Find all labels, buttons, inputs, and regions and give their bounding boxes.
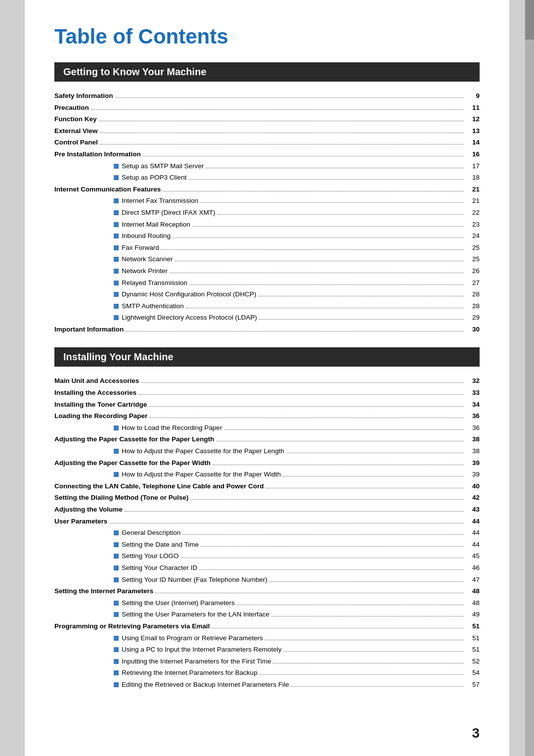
toc-label-e18: Dynamic Host Configuration Protocol (DHC… (114, 289, 466, 300)
toc-dots-e2 (91, 109, 464, 110)
toc-text-f10: Connecting the LAN Cable, Telephone Line… (54, 481, 264, 492)
toc-entry-f12: Adjusting the Volume43 (54, 504, 480, 515)
toc-page-e14: 25 (466, 242, 480, 253)
toc-dots-e1 (115, 97, 464, 98)
toc-dots-e14 (161, 249, 464, 250)
toc-dots-e5 (100, 144, 464, 144)
toc-text-f11: Setting the Dialing Method (Tone or Puls… (54, 492, 188, 503)
toc-page-f6: 38 (466, 434, 480, 445)
toc-page-f15: 44 (466, 539, 480, 550)
toc-text-f3: Installing the Toner Cartridge (54, 399, 147, 410)
toc-page-e19: 28 (466, 301, 480, 312)
bullet-icon-f5 (114, 425, 119, 430)
toc-entry-f15: Setting the Date and Time44 (54, 539, 480, 550)
bullet-icon-f9 (114, 472, 119, 477)
toc-page-f11: 42 (466, 492, 480, 503)
toc-text-e9: Internet Communication Features (54, 184, 161, 195)
toc-text-f26: Retrieving the Internet Parameters for B… (122, 667, 258, 678)
scrollbar-thumb[interactable] (525, 0, 534, 40)
toc-entry-f13: User Parameters44 (54, 516, 480, 527)
toc-text-f23: Using Email to Program or Retrieve Param… (122, 633, 263, 644)
toc-label-e14: Fax Forward (114, 242, 466, 253)
toc-label-e15: Network Scanner (114, 254, 466, 265)
bullet-icon-f7 (114, 449, 119, 454)
toc-page-f14: 44 (466, 527, 480, 538)
toc-label-f27: Editing the Retrieved or Backup Internet… (114, 679, 466, 690)
toc-page-e2: 11 (466, 102, 480, 113)
toc-text-e5: Control Panel (54, 137, 98, 148)
toc-dots-f5 (224, 429, 464, 430)
bullet-icon-e15 (114, 257, 119, 262)
toc-label-f23: Using Email to Program or Retrieve Param… (114, 633, 466, 644)
toc-entry-e1: Safety Information9 (54, 91, 480, 101)
toc-label-f25: Inputting the Internet Parameters for th… (114, 656, 466, 667)
toc-page-e13: 24 (466, 231, 480, 241)
toc-dots-f17 (199, 569, 464, 570)
toc-label-f18: Setting Your ID Number (Fax Telephone Nu… (114, 574, 466, 585)
toc-label-f7: How to Adjust the Paper Cassette for the… (114, 446, 466, 457)
toc-dots-f27 (291, 686, 464, 687)
toc-page-e5: 14 (466, 137, 480, 148)
toc-text-e6: Pre Installation Information (54, 149, 141, 160)
toc-label-e5: Control Panel (54, 137, 466, 148)
toc-text-f12: Adjusting the Volume (54, 504, 123, 515)
toc-page-f10: 40 (466, 481, 480, 492)
bullet-icon-f14 (114, 530, 119, 535)
toc-label-f19: Setting the Internet Parameters (54, 586, 466, 597)
toc-label-e9: Internet Communication Features (54, 184, 466, 195)
toc-dots-f9 (283, 476, 464, 476)
toc-label-e8: Setup as POP3 Client (114, 172, 466, 183)
toc-label-e12: Internet Mail Reception (114, 219, 466, 230)
toc-text-e10: Internet Fax Transmission (122, 195, 198, 206)
bullet-icon-f17 (114, 566, 119, 570)
toc-dots-e9 (163, 191, 464, 191)
toc-entry-e10: Internet Fax Transmission21 (54, 195, 480, 206)
scrollbar[interactable] (525, 0, 534, 756)
toc-text-e8: Setup as POP3 Client (122, 172, 186, 183)
toc-text-f24: Using a PC to Input the Internet Paramet… (122, 644, 281, 655)
toc-entry-f3: Installing the Toner Cartridge34 (54, 399, 480, 410)
bullet-icon-e11 (114, 210, 119, 215)
toc-entry-e16: Network Printer26 (54, 266, 480, 277)
bullet-icon-f24 (114, 647, 119, 652)
toc-page-f5: 36 (466, 423, 480, 433)
bullet-icon-f26 (114, 670, 119, 675)
toc-page-f26: 54 (466, 667, 480, 678)
toc-entry-f7: How to Adjust the Paper Cassette for the… (54, 446, 480, 457)
toc-page-e3: 12 (466, 114, 480, 125)
toc-entry-f10: Connecting the LAN Cable, Telephone Line… (54, 481, 480, 492)
toc-page-f22: 51 (466, 621, 480, 632)
toc-text-f21: Setting the User Parameters for the LAN … (122, 609, 269, 620)
bullet-icon-f15 (114, 542, 119, 547)
toc-text-f1: Main Unit and Accessories (54, 376, 139, 386)
toc-dots-f26 (260, 674, 464, 675)
bullet-icon-f18 (114, 577, 119, 582)
toc-dots-e8 (188, 179, 464, 180)
toc-page-e11: 22 (466, 207, 480, 218)
toc-label-f15: Setting the Date and Time (114, 539, 466, 550)
toc-page-f20: 48 (466, 598, 480, 609)
toc-text-f19: Setting the Internet Parameters (54, 586, 153, 597)
toc-dots-e11 (218, 214, 464, 215)
toc-label-e13: Inbound Routing (114, 231, 466, 241)
bullet-icon-f16 (114, 554, 119, 559)
toc-text-f2: Installing the Accessories (54, 387, 136, 398)
toc-label-f21: Setting the User Parameters for the LAN … (114, 609, 466, 620)
toc-label-e3: Function Key (54, 114, 466, 125)
toc-dots-e6 (143, 156, 464, 156)
bullet-icon-e7 (114, 164, 119, 169)
toc-entry-f27: Editing the Retrieved or Backup Internet… (54, 679, 480, 690)
toc-dots-f19 (155, 593, 464, 593)
toc-text-f7: How to Adjust the Paper Cassette for the… (122, 446, 284, 457)
toc-entry-e12: Internet Mail Reception23 (54, 219, 480, 230)
toc-entry-e5: Control Panel14 (54, 137, 480, 148)
toc-entry-f16: Setting Your LOGO45 (54, 551, 480, 562)
toc-entry-e13: Inbound Routing24 (54, 231, 480, 241)
toc-dots-e15 (175, 261, 464, 261)
toc-text-e3: Function Key (54, 114, 97, 125)
toc-page-f13: 44 (466, 516, 480, 527)
toc-page-f19: 48 (466, 586, 480, 597)
toc-entry-e4: External View13 (54, 126, 480, 137)
bullet-icon-e13 (114, 234, 119, 238)
toc-entry-e20: Lightweight Directory Access Protocol (L… (54, 312, 480, 323)
